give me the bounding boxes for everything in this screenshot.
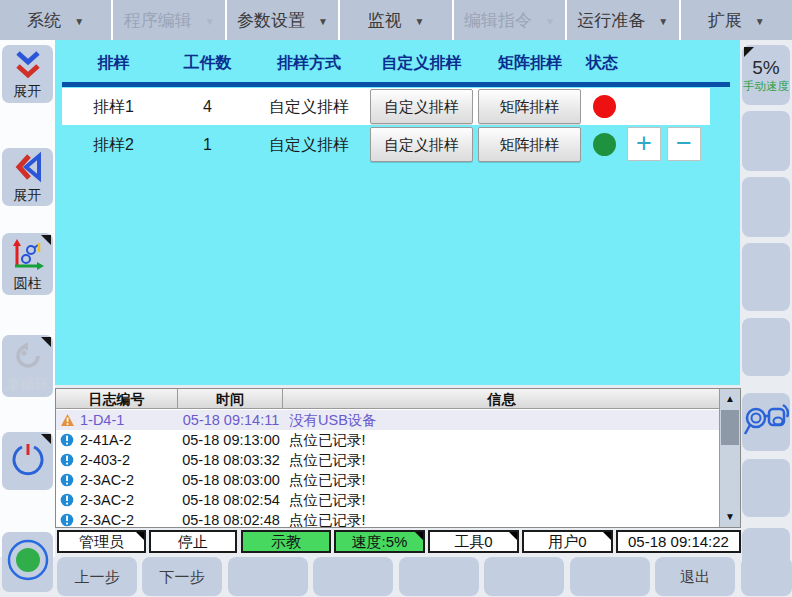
- col-header-matrix: 矩阵排样: [475, 50, 585, 76]
- chevron-down-icon: ▼: [658, 14, 668, 27]
- piece-count: 4: [165, 88, 250, 125]
- menu-item-parameter-settings[interactable]: 参数设置 ▼: [227, 0, 340, 40]
- log-entry[interactable]: 2-403-2 05-18 08:03:32 点位已记录!: [56, 450, 720, 470]
- log-entry[interactable]: 1-D4-1 05-18 09:14:11 没有USB设备: [56, 410, 720, 430]
- log-message: 点位已记录!: [289, 450, 366, 470]
- log-code: 1-D4-1: [80, 410, 124, 430]
- log-time: 05-18 08:03:32: [178, 450, 284, 470]
- log-code: 2-41A-2: [80, 430, 132, 450]
- table-row[interactable]: 排样1 4 自定义排样 自定义排样 矩阵排样: [62, 88, 710, 125]
- bottom-button-9[interactable]: [741, 557, 792, 596]
- manual-speed-button[interactable]: 5% 手动速度: [742, 45, 790, 105]
- bottom-button-5[interactable]: [399, 557, 479, 596]
- menu-item-system[interactable]: 系统 ▼: [0, 0, 113, 40]
- robot-arm-icon: [743, 399, 789, 445]
- single-cycle-button[interactable]: 单循环: [2, 335, 53, 397]
- expand-left-button[interactable]: 展开: [2, 148, 53, 206]
- matrix-nesting-button[interactable]: 矩阵排样: [478, 89, 581, 124]
- record-button[interactable]: [2, 532, 53, 592]
- scrollbar-thumb[interactable]: [721, 410, 739, 445]
- menu-label: 程序编辑: [124, 9, 192, 32]
- mode-box: 示教: [241, 530, 331, 553]
- menu-item-edit-instruction[interactable]: 编辑指令 ▼: [454, 0, 567, 40]
- log-message: 点位已记录!: [289, 470, 366, 490]
- bottom-button-7[interactable]: [570, 557, 650, 596]
- cylinder-coord-button[interactable]: 圆柱: [2, 233, 53, 295]
- speed-label: 速度:5%: [352, 533, 408, 550]
- menu-label: 扩展: [708, 9, 742, 32]
- bottom-button-4[interactable]: [313, 557, 393, 596]
- log-header: 日志编号 时间 信息: [56, 389, 720, 409]
- scroll-down-icon[interactable]: ▼: [720, 507, 740, 527]
- speed-value: 5%: [752, 57, 779, 79]
- matrix-nesting-button[interactable]: 矩阵排样: [478, 127, 581, 162]
- log-time: 05-18 08:02:48: [178, 510, 284, 528]
- custom-nesting-button[interactable]: 自定义排样: [370, 127, 473, 162]
- log-entry[interactable]: 2-3AC-2 05-18 08:02:54 点位已记录!: [56, 490, 720, 510]
- log-message: 点位已记录!: [289, 430, 366, 450]
- single-cycle-icon: [11, 340, 45, 376]
- log-message: 点位已记录!: [289, 510, 366, 528]
- menu-label: 参数设置: [237, 9, 305, 32]
- right-rail-button-3[interactable]: [742, 177, 790, 237]
- log-entry[interactable]: 2-3AC-2 05-18 08:02:48 点位已记录!: [56, 510, 720, 528]
- role-label: 管理员: [79, 533, 124, 550]
- chevron-down-icon: ▼: [415, 14, 425, 27]
- nesting-method: 自定义排样: [250, 126, 368, 163]
- info-icon: [60, 513, 74, 528]
- menu-label: 编辑指令: [464, 9, 532, 32]
- robot-arm-button[interactable]: [742, 393, 790, 451]
- scroll-up-icon[interactable]: ▲: [720, 389, 740, 409]
- custom-nesting-button[interactable]: 自定义排样: [370, 89, 473, 124]
- menu-item-extension[interactable]: 扩展 ▼: [681, 0, 792, 40]
- info-icon: [60, 453, 74, 470]
- remove-row-button[interactable]: −: [667, 127, 701, 161]
- record-icon: [6, 538, 50, 586]
- role-box[interactable]: 管理员: [57, 530, 146, 553]
- log-time: 05-18 09:13:00: [178, 430, 284, 450]
- prev-step-button[interactable]: 上一步: [57, 557, 137, 596]
- power-button[interactable]: [2, 432, 53, 490]
- header-divider: [62, 82, 730, 87]
- menu-item-monitor[interactable]: 监视 ▼: [340, 0, 453, 40]
- right-rail-button-2[interactable]: [742, 111, 790, 171]
- col-header-nesting: 排样: [62, 50, 165, 76]
- warning-icon: [60, 413, 75, 430]
- add-row-button[interactable]: +: [627, 127, 661, 161]
- right-rail-button-5[interactable]: [742, 318, 790, 376]
- chevron-down-icon: ▼: [318, 14, 328, 27]
- run-state-label: 停止: [178, 533, 208, 550]
- corner-notch-icon: [136, 532, 144, 540]
- right-rail-button-4[interactable]: [742, 243, 790, 311]
- log-entry[interactable]: 2-3AC-2 05-18 08:03:00 点位已记录!: [56, 470, 720, 490]
- mode-label: 示教: [271, 533, 301, 550]
- chevron-down-icon: ▼: [74, 14, 84, 27]
- tool-label: 工具0: [454, 533, 492, 550]
- log-time: 05-18 09:14:11: [178, 410, 284, 430]
- bottom-button-6[interactable]: [484, 557, 564, 596]
- manual-speed-label: 手动速度: [743, 79, 789, 94]
- chevron-down-icon: ▼: [545, 14, 555, 27]
- user-box[interactable]: 用户0: [522, 530, 613, 553]
- col-header-custom: 自定义排样: [368, 50, 475, 76]
- piece-count: 1: [165, 126, 250, 163]
- exit-button[interactable]: 退出: [655, 557, 735, 596]
- menu-item-run-prepare[interactable]: 运行准备 ▼: [567, 0, 680, 40]
- info-icon: [60, 433, 74, 450]
- bottom-button-3[interactable]: [228, 557, 308, 596]
- expand-down-button[interactable]: 展开: [2, 45, 53, 103]
- status-dot: [593, 133, 616, 156]
- right-rail-button-7[interactable]: [742, 459, 790, 517]
- log-scrollbar[interactable]: ▲ ▼: [719, 389, 740, 527]
- log-entry[interactable]: 2-41A-2 05-18 09:13:00 点位已记录!: [56, 430, 720, 450]
- col-header-status: 状态: [582, 50, 622, 76]
- menu-item-program-edit[interactable]: 程序编辑 ▼: [113, 0, 226, 40]
- nesting-method: 自定义排样: [250, 88, 368, 125]
- speed-box[interactable]: 速度:5%: [334, 530, 425, 553]
- log-col-id: 日志编号: [56, 389, 178, 409]
- table-row[interactable]: 排样2 1 自定义排样 自定义排样 矩阵排样 + −: [62, 126, 710, 163]
- log-code: 2-3AC-2: [80, 470, 134, 490]
- tool-box[interactable]: 工具0: [428, 530, 519, 553]
- teach-pendant-screen: 系统 ▼ 程序编辑 ▼ 参数设置 ▼ 监视 ▼ 编辑指令 ▼ 运行准备 ▼ 扩展…: [0, 0, 792, 597]
- next-step-button[interactable]: 下一步: [142, 557, 222, 596]
